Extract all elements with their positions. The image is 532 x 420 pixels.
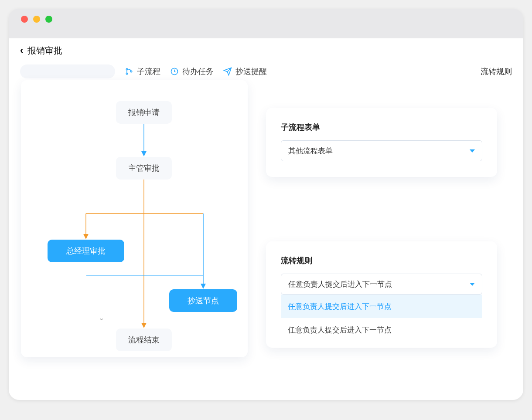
flow-node-gm-approval[interactable]: 总经理审批 — [48, 240, 124, 262]
toolbar-blank-pill[interactable] — [20, 64, 115, 78]
panel-rules-title: 流转规则 — [281, 255, 482, 266]
back-icon[interactable]: ‹ — [20, 45, 23, 56]
rules-option[interactable]: 任意负责人提交后进入下一节点 — [281, 318, 482, 342]
toolbar-pending-task-label: 待办任务 — [182, 66, 214, 77]
flow-node-end[interactable]: 流程结束 — [116, 329, 172, 351]
caret-down-icon — [470, 283, 475, 286]
svg-point-2 — [130, 71, 132, 72]
svg-point-1 — [126, 73, 127, 74]
flow-node-cc[interactable]: 抄送节点 — [169, 289, 237, 312]
sub-form-selected: 其他流程表单 — [281, 146, 462, 156]
rules-select[interactable]: 任意负责人提交后进入下一节点 — [281, 274, 482, 295]
rules-dropdown: 任意负责人提交后进入下一节点 任意负责人提交后进入下一节点 — [281, 295, 482, 342]
rules-selected: 任意负责人提交后进入下一节点 — [281, 279, 462, 289]
panel-rules: 流转规则 任意负责人提交后进入下一节点 任意负责人提交后进入下一节点 任意负责人… — [266, 241, 497, 348]
content-area: ‹ 报销审批 子流程 待办任务 — [9, 38, 523, 400]
toolbar-cc-reminder-label: 抄送提醒 — [235, 66, 267, 77]
page-header: ‹ 报销审批 — [9, 38, 523, 63]
caret-down-icon — [470, 149, 475, 152]
paper-plane-icon — [223, 67, 232, 76]
flow-node-label: 主管审批 — [128, 164, 160, 173]
rules-option-label: 任意负责人提交后进入下一节点 — [288, 325, 392, 335]
page-title: 报销审批 — [27, 45, 62, 57]
minimize-icon[interactable] — [33, 16, 40, 23]
sub-form-caret — [462, 141, 482, 161]
rules-option-label: 任意负责人提交后进入下一节点 — [288, 301, 392, 312]
toolbar: 子流程 待办任务 抄送提醒 流转规则 — [9, 63, 523, 80]
toolbar-sub-process[interactable]: 子流程 — [125, 66, 160, 77]
clock-icon — [170, 67, 179, 76]
flow-node-label: 报销申请 — [128, 108, 160, 117]
app-window: ‹ 报销审批 子流程 待办任务 — [9, 9, 523, 400]
flow-node-apply[interactable]: 报销申请 — [116, 101, 172, 124]
maximize-icon[interactable] — [45, 16, 52, 23]
toolbar-sub-process-label: 子流程 — [137, 66, 160, 77]
toolbar-cc-reminder[interactable]: 抄送提醒 — [223, 66, 267, 77]
panel-sub-form-title: 子流程表单 — [281, 122, 482, 132]
flow-node-supervisor[interactable]: 主管审批 — [116, 157, 172, 180]
body: 报销申请 主管审批 总经理审批 抄送节点 流程结束 ⌄ — [9, 80, 523, 105]
chevron-down-icon: ⌄ — [99, 314, 104, 322]
panel-sub-form: 子流程表单 其他流程表单 — [266, 108, 497, 177]
svg-point-0 — [126, 68, 127, 70]
window-titlebar — [9, 9, 523, 30]
flow-node-label: 流程结束 — [128, 335, 160, 344]
close-icon[interactable] — [21, 16, 28, 23]
flow-canvas: 报销申请 主管审批 总经理审批 抄送节点 流程结束 ⌄ — [21, 80, 248, 357]
rules-link[interactable]: 流转规则 — [481, 66, 512, 77]
rules-option[interactable]: 任意负责人提交后进入下一节点 — [281, 295, 482, 318]
flow-node-label: 抄送节点 — [188, 296, 219, 305]
sub-form-select[interactable]: 其他流程表单 — [281, 140, 482, 161]
sub-process-icon — [125, 67, 133, 76]
rules-caret — [462, 274, 482, 294]
toolbar-pending-task[interactable]: 待办任务 — [170, 66, 214, 77]
flow-node-label: 总经理审批 — [66, 247, 106, 255]
